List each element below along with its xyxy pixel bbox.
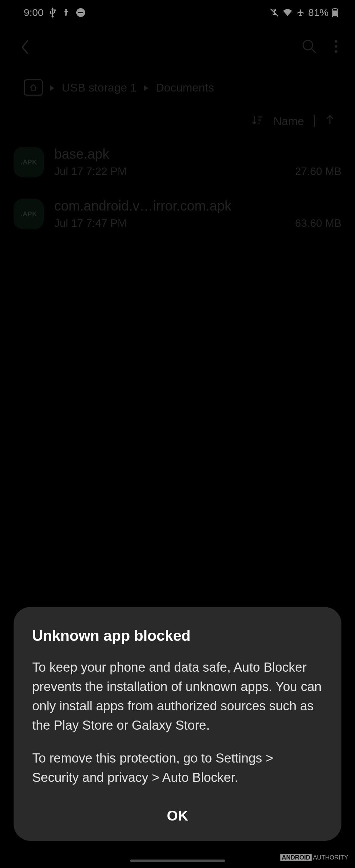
watermark: ANDROID AUTHORITY <box>280 854 348 861</box>
nav-handle[interactable] <box>130 860 225 862</box>
dialog-title: Unknown app blocked <box>32 627 323 644</box>
dialog-overlay: Unknown app blocked To keep your phone a… <box>0 0 355 868</box>
ok-button[interactable]: OK <box>32 808 323 824</box>
dialog: Unknown app blocked To keep your phone a… <box>14 607 341 841</box>
dialog-body: To keep your phone and data safe, Auto B… <box>32 658 323 787</box>
